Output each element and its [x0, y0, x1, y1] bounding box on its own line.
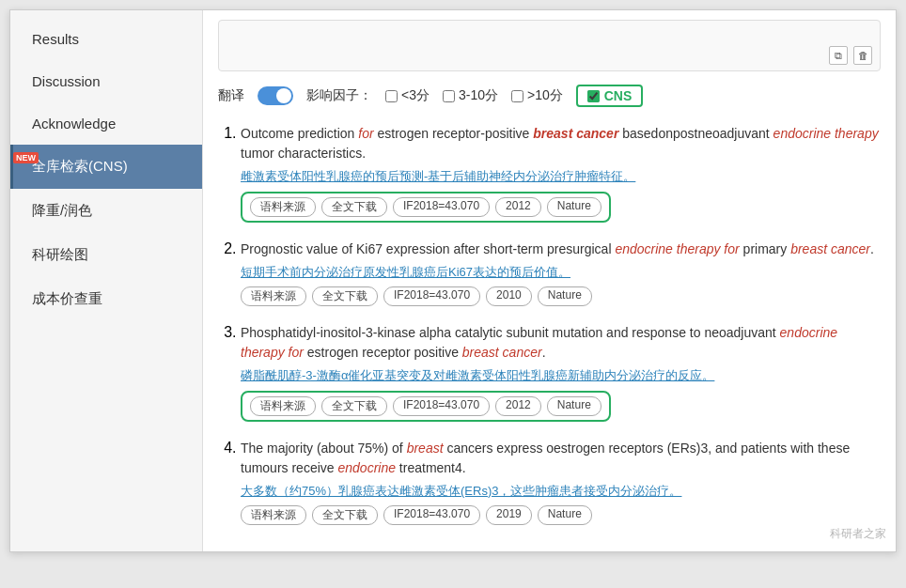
tag-if2018-43-070[interactable]: IF2018=43.070: [383, 505, 480, 525]
sidebar-item-sci-drawing[interactable]: 科研绘图: [10, 233, 202, 277]
main-content: ⧉ 🗑 翻译 影响因子： <3分 3-10分 >10分 CNS: [203, 10, 896, 551]
sidebar-item-acknowledge[interactable]: Acknowledge: [10, 102, 202, 145]
tag-if2018-43-070[interactable]: IF2018=43.070: [393, 396, 490, 416]
toolbar-area: ⧉ 🗑: [218, 20, 881, 71]
result-translation: 短期手术前内分泌治疗原发性乳腺癌后Ki67表达的预后价值。: [241, 263, 881, 282]
filter-bar: 翻译 影响因子： <3分 3-10分 >10分 CNS: [218, 81, 881, 111]
tag-if2018-43-070[interactable]: IF2018=43.070: [383, 286, 480, 306]
filter-lt3-checkbox[interactable]: [385, 90, 398, 102]
filter-lt3[interactable]: <3分: [385, 87, 430, 104]
filter-3-10-checkbox[interactable]: [443, 90, 455, 102]
results-list: Outcome prediction for estrogen receptor…: [218, 124, 881, 525]
tag-----[interactable]: 全文下载: [321, 396, 387, 416]
result-title: Outcome prediction for estrogen receptor…: [241, 124, 881, 163]
tag-2019[interactable]: 2019: [486, 505, 532, 525]
result-item: The majority (about 75%) of breast cance…: [241, 439, 881, 526]
tag-2012[interactable]: 2012: [495, 396, 541, 416]
sidebar-item-recolor[interactable]: 降重/润色: [10, 189, 202, 233]
sidebar-item-cns-search[interactable]: NEW全库检索(CNS): [10, 145, 202, 189]
tag-----[interactable]: 全文下载: [312, 505, 378, 525]
sidebar: ResultsDiscussionAcknowledgeNEW全库检索(CNS)…: [10, 10, 203, 551]
filter-gt10-checkbox[interactable]: [511, 90, 523, 102]
tag-2010[interactable]: 2010: [486, 286, 532, 306]
result-title: Prognostic value of Ki67 expression afte…: [241, 240, 881, 259]
result-title: Phosphatidyl-inositol-3-kinase alpha cat…: [241, 323, 881, 363]
result-translation: 大多数（约75%）乳腺癌表达雌激素受体(ERs)3，这些肿瘤患者接受内分泌治疗。: [241, 482, 881, 501]
result-item: Phosphatidyl-inositol-3-kinase alpha cat…: [241, 323, 881, 422]
delete-button[interactable]: 🗑: [853, 46, 872, 65]
filter-3-10[interactable]: 3-10分: [443, 87, 498, 104]
result-translation: 雌激素受体阳性乳腺癌的预后预测-基于后辅助神经内分泌治疗肿瘤特征。: [241, 167, 881, 186]
tags-container: 语料来源全文下载IF2018=43.0702012Nature: [241, 192, 611, 223]
sidebar-item-results[interactable]: Results: [10, 18, 202, 60]
result-item: Outcome prediction for estrogen receptor…: [241, 124, 881, 223]
tag-2012[interactable]: 2012: [495, 197, 541, 217]
cns-filter-box[interactable]: CNS: [576, 85, 644, 107]
filter-gt10[interactable]: >10分: [511, 87, 563, 104]
impact-label: 影响因子：: [306, 87, 372, 104]
tag-----[interactable]: 语料来源: [241, 505, 306, 525]
tag-----[interactable]: 全文下载: [321, 197, 387, 217]
tag-----[interactable]: 语料来源: [250, 396, 316, 416]
result-translation: 磷脂酰肌醇-3-激酶α催化亚基突变及对雌激素受体阳性乳腺癌新辅助内分泌治疗的反应…: [241, 366, 881, 385]
tag-nature[interactable]: Nature: [547, 197, 601, 217]
tag-nature[interactable]: Nature: [538, 505, 592, 525]
tag-nature[interactable]: Nature: [547, 396, 601, 416]
tag-nature[interactable]: Nature: [538, 286, 592, 306]
watermark: 科研者之家: [830, 526, 886, 542]
tag-----[interactable]: 语料来源: [241, 286, 306, 306]
cns-label: CNS: [604, 88, 633, 103]
result-item: Prognostic value of Ki67 expression afte…: [241, 240, 881, 307]
result-title: The majority (about 75%) of breast cance…: [241, 439, 881, 478]
tags-container: 语料来源全文下载IF2018=43.0702010Nature: [241, 286, 881, 306]
tags-container: 语料来源全文下载IF2018=43.0702019Nature: [241, 505, 881, 525]
tag-----[interactable]: 语料来源: [250, 197, 316, 217]
tag-if2018-43-070[interactable]: IF2018=43.070: [393, 197, 490, 217]
tags-container: 语料来源全文下载IF2018=43.0702012Nature: [241, 391, 611, 422]
sidebar-item-cost-check[interactable]: 成本价查重: [10, 277, 202, 321]
translate-toggle[interactable]: [258, 86, 293, 105]
copy-button[interactable]: ⧉: [829, 46, 848, 65]
sidebar-item-discussion[interactable]: Discussion: [10, 60, 202, 102]
translate-label: 翻译: [218, 87, 244, 104]
cns-checkbox[interactable]: [587, 90, 600, 102]
tag-----[interactable]: 全文下载: [312, 286, 378, 306]
